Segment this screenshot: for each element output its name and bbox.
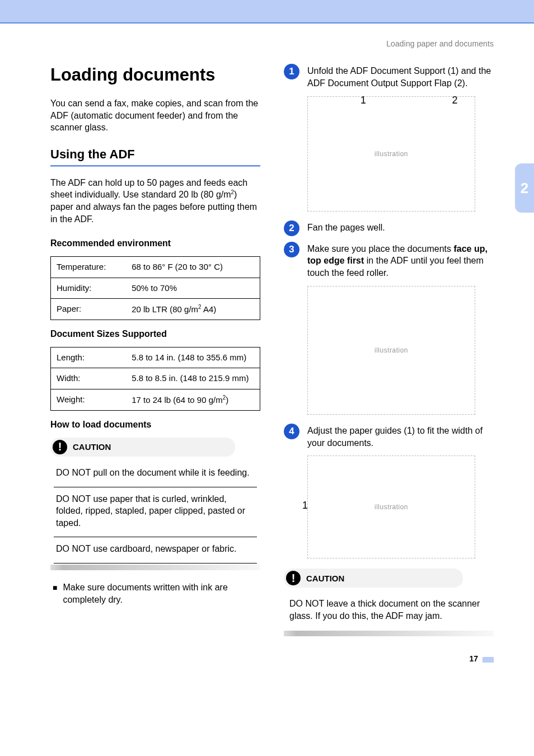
ink-note-text: Make sure documents written with ink are… bbox=[63, 581, 260, 605]
ink-note: ■ Make sure documents written with ink a… bbox=[50, 581, 260, 605]
table-row: Length: 5.8 to 14 in. (148 to 355.6 mm) bbox=[51, 348, 260, 368]
caution-icon: ! bbox=[286, 571, 301, 585]
using-adf-heading: Using the ADF bbox=[50, 147, 260, 162]
step-number-badge: 4 bbox=[284, 424, 299, 439]
table-row: Humidity: 50% to 70% bbox=[51, 278, 260, 298]
table-row: Weight: 17 to 24 lb (64 to 90 g/m2) bbox=[51, 389, 260, 410]
page-number-mark bbox=[483, 657, 494, 663]
step-number-badge: 2 bbox=[284, 220, 299, 236]
sizes-table: Length: 5.8 to 14 in. (148 to 355.6 mm) … bbox=[50, 347, 260, 411]
section-gradient-rule bbox=[50, 565, 260, 570]
env-heading: Recommended environment bbox=[50, 238, 260, 248]
env-label: Humidity: bbox=[51, 278, 127, 298]
size-value: 17 to 24 lb (64 to 90 g/m2) bbox=[126, 389, 260, 410]
caution-label: CAUTION bbox=[73, 442, 111, 452]
adf-text-a: The ADF can hold up to 50 pages and feed… bbox=[50, 178, 247, 200]
env-value: 20 lb LTR (80 g/m2 A4) bbox=[126, 298, 260, 320]
caution-item: DO NOT pull on the document while it is … bbox=[54, 461, 257, 487]
heading-rule bbox=[50, 165, 260, 167]
size-label: Length: bbox=[51, 348, 127, 368]
sizes-heading: Document Sizes Supported bbox=[50, 329, 260, 339]
adf-paragraph: The ADF can hold up to 50 pages and feed… bbox=[50, 177, 260, 226]
step-1: 1 Unfold the ADF Document Support (1) an… bbox=[284, 65, 494, 90]
size-value: 5.8 to 14 in. (148 to 355.6 mm) bbox=[126, 348, 260, 368]
intro-paragraph: You can send a fax, make copies, and sca… bbox=[50, 97, 260, 134]
size-label: Width: bbox=[51, 368, 127, 389]
left-column: Loading documents You can send a fax, ma… bbox=[50, 65, 260, 647]
step-text: Adjust the paper guides (1) to fit the w… bbox=[307, 425, 494, 449]
size-label: Weight: bbox=[51, 389, 127, 410]
paper-guides-illustration: illustration 1 bbox=[307, 456, 475, 558]
caution-header-left: ! CAUTION bbox=[50, 438, 235, 457]
env-label: Paper: bbox=[51, 298, 127, 320]
page-number: 17 bbox=[50, 654, 494, 663]
env-label: Temperature: bbox=[51, 257, 127, 278]
section-gradient-rule bbox=[284, 631, 494, 636]
step-3: 3 Make sure you place the documents face… bbox=[284, 243, 494, 279]
caution-label: CAUTION bbox=[306, 574, 344, 583]
step-number-badge: 3 bbox=[284, 242, 299, 257]
env-value: 68 to 86° F (20 to 30° C) bbox=[126, 257, 260, 278]
how-heading: How to load documents bbox=[50, 420, 260, 430]
caution-header-right: ! CAUTION bbox=[284, 569, 463, 588]
callout-1b: 1 bbox=[302, 500, 308, 511]
chapter-side-tab: 2 bbox=[515, 163, 534, 213]
caution-item: DO NOT use cardboard, newspaper or fabri… bbox=[54, 537, 257, 564]
top-band bbox=[0, 0, 534, 22]
step-2: 2 Fan the pages well. bbox=[284, 222, 494, 236]
table-row: Paper: 20 lb LTR (80 g/m2 A4) bbox=[51, 298, 260, 320]
env-table: Temperature: 68 to 86° F (20 to 30° C) H… bbox=[50, 256, 260, 320]
caution-item: DO NOT leave a thick document on the sca… bbox=[287, 592, 490, 630]
table-row: Width: 5.8 to 8.5 in. (148 to 215.9 mm) bbox=[51, 368, 260, 389]
caution-item: DO NOT use paper that is curled, wrinkle… bbox=[54, 487, 257, 538]
adf-unfold-illustration: illustration 1 2 bbox=[307, 96, 475, 212]
size-value: 5.8 to 8.5 in. (148 to 215.9 mm) bbox=[126, 368, 260, 389]
adf-faceup-illustration: illustration bbox=[307, 286, 475, 415]
page-title: Loading documents bbox=[50, 65, 260, 85]
page-body: Loading paper and documents 2 Loading do… bbox=[0, 24, 534, 680]
breadcrumb: Loading paper and documents bbox=[50, 39, 494, 48]
env-value: 50% to 70% bbox=[126, 278, 260, 298]
callout-1: 1 bbox=[360, 95, 367, 106]
right-column: 1 Unfold the ADF Document Support (1) an… bbox=[284, 65, 494, 647]
callout-2: 2 bbox=[452, 95, 458, 106]
step-4: 4 Adjust the paper guides (1) to fit the… bbox=[284, 425, 494, 449]
step-text: Make sure you place the documents face u… bbox=[307, 243, 494, 279]
step-number-badge: 1 bbox=[284, 64, 299, 79]
caution-icon: ! bbox=[53, 440, 67, 454]
step-text: Fan the pages well. bbox=[307, 222, 385, 236]
step-text: Unfold the ADF Document Support (1) and … bbox=[307, 65, 494, 90]
table-row: Temperature: 68 to 86° F (20 to 30° C) bbox=[51, 257, 260, 278]
bullet-square-icon: ■ bbox=[53, 581, 57, 605]
